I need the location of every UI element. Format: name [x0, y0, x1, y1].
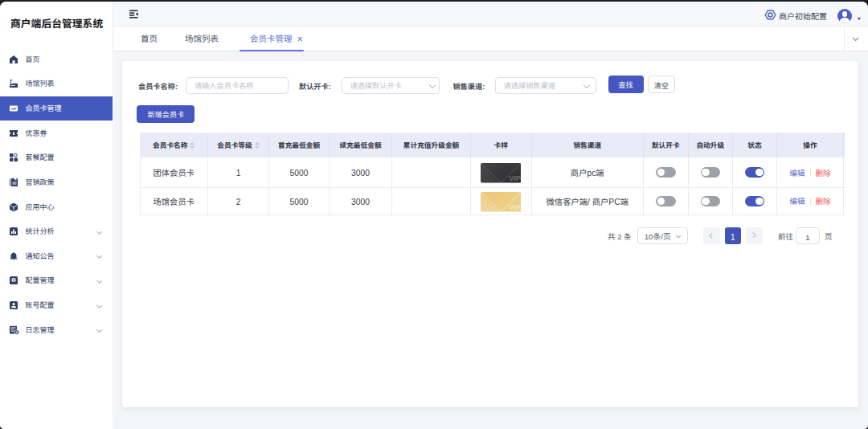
svg-text:VIP: VIP [11, 107, 17, 111]
svg-text:VIP: VIP [510, 203, 521, 211]
svg-text:VIP: VIP [510, 174, 521, 182]
